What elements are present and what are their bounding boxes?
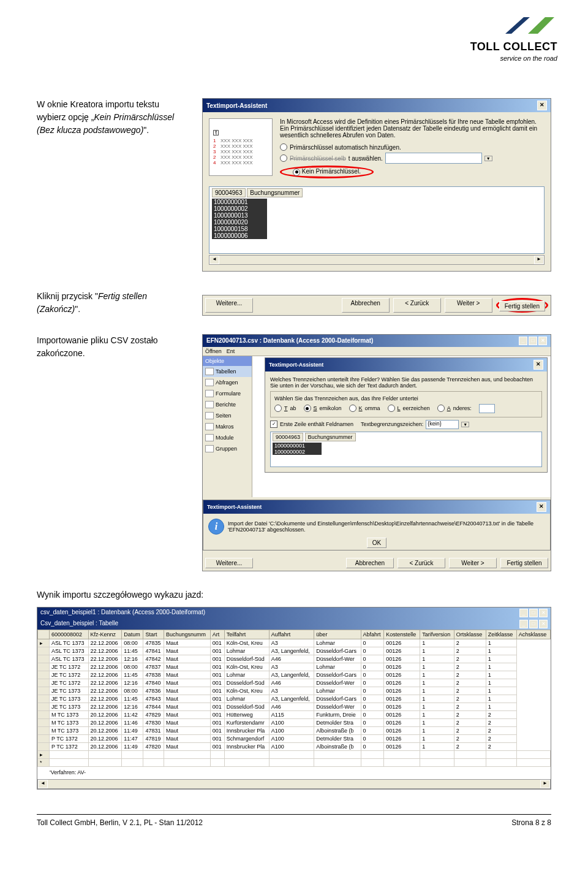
table-row[interactable]: M TC 137320.12.200611:4647830Maut001Kurf… — [38, 718, 551, 726]
next-button[interactable]: Weiter > — [449, 558, 497, 568]
table-row[interactable]: JE TC 137322.12.200612:1647844Maut001Düs… — [38, 703, 551, 710]
radio-select-key[interactable] — [280, 154, 287, 162]
back-button[interactable]: < Zurück — [398, 558, 445, 568]
finish-button[interactable]: Fertig stellen — [500, 558, 548, 568]
minimize-icon[interactable]: _ — [519, 609, 528, 617]
column-header[interactable]: Teilfahrt — [224, 630, 269, 639]
table-row[interactable]: ASL TC 137322.12.200612:1647842Maut001Dü… — [38, 655, 551, 663]
cancel-button[interactable]: Abbrechen — [342, 298, 390, 313]
column-header[interactable]: 6000008002 — [50, 630, 89, 639]
radio-no-key[interactable] — [293, 169, 300, 176]
horizontal-scrollbar[interactable]: ◄► — [209, 255, 545, 265]
info-icon: i — [208, 519, 224, 535]
footer-left: Toll Collect GmbH, Berlin, V 2.1, PL - S… — [37, 818, 203, 827]
ok-button[interactable]: OK — [367, 538, 386, 548]
radio-auto-key[interactable] — [280, 143, 287, 151]
dialog-description: In Microsoft Access wird die Definition … — [280, 118, 545, 139]
dialog-title: Textimport-Assistent — [206, 102, 267, 109]
more-button[interactable]: Weitere... — [205, 558, 253, 568]
chevron-down-icon[interactable]: ▼ — [461, 422, 469, 427]
close-icon[interactable]: ✕ — [533, 360, 543, 370]
radio-komma[interactable] — [349, 405, 356, 412]
key-field-select[interactable] — [385, 153, 482, 164]
horizontal-scrollbar[interactable]: ◄► — [37, 779, 551, 789]
next-button[interactable]: Weiter > — [445, 298, 492, 313]
table-row[interactable]: ▸ASL TC 137322.12.200608:0047835Maut001K… — [38, 639, 551, 647]
column-header[interactable]: Abfahrt — [361, 630, 384, 639]
column-header[interactable]: Datum — [122, 630, 143, 639]
close-icon[interactable]: ✕ — [539, 620, 548, 628]
object-berichte[interactable]: Berichte — [203, 399, 252, 410]
table-row[interactable]: JE TC 137222.12.200612:1647840Maut001Düs… — [38, 679, 551, 687]
close-icon[interactable]: ✕ — [539, 609, 548, 617]
text-qualifier-select[interactable]: {kein} — [426, 420, 459, 429]
column-header[interactable]: Auffahrt — [269, 630, 314, 639]
back-button[interactable]: < Zurück — [393, 298, 441, 313]
design-button[interactable]: Ent — [227, 348, 235, 354]
section1-instruction: W oknie Kreatora importu tekstu wybierz … — [37, 98, 190, 137]
table-row[interactable]: M TC 137320.12.200611:4947831Maut001Inns… — [38, 726, 551, 734]
chevron-down-icon[interactable]: ▼ — [484, 156, 492, 161]
column-header[interactable]: über — [314, 630, 361, 639]
column-header[interactable]: Zeitklasse — [486, 630, 516, 639]
object-formulare[interactable]: Formulare — [203, 388, 252, 399]
table-row: ▸ — [38, 750, 551, 758]
column-header[interactable]: Kfz-Kennz — [88, 630, 122, 639]
cancel-button[interactable]: Abbrechen — [346, 558, 394, 568]
table-row[interactable]: P TC 137220.12.200611:4747819Maut001Schm… — [38, 734, 551, 742]
radio-tab[interactable] — [274, 405, 282, 412]
more-button[interactable]: Weitere... — [205, 298, 253, 313]
column-header[interactable]: Tarifversion — [420, 630, 454, 639]
minimize-icon[interactable]: _ — [519, 620, 528, 628]
finish-button[interactable]: Fertig stellen — [499, 301, 545, 311]
completion-message-dialog: Textimport-Assistent✕ i Import der Datei… — [203, 500, 551, 550]
open-button[interactable]: Öffnen — [205, 348, 222, 354]
object-tabellen[interactable]: Tabellen — [203, 366, 252, 377]
textimport-dialog: Textimport-Assistent ✕ ⚿ 1XXX XXX XXX2XX… — [202, 98, 551, 272]
column-header[interactable]: Start — [143, 630, 164, 639]
inner-textimport-dialog: Textimport-Assistent✕ Welches Trennzeich… — [265, 357, 548, 473]
section2-instruction: Kliknij przycisk "Fertig stellen (Zakońc… — [37, 290, 190, 316]
object-module[interactable]: Module — [203, 432, 252, 443]
table-row[interactable]: JE TC 137322.12.200608:0047836Maut001Köl… — [38, 687, 551, 695]
object-makros[interactable]: Makros — [203, 421, 252, 432]
object-abfragen[interactable]: Abfragen — [203, 377, 252, 388]
db-window-title: EFN20040713.csv : Datenbank (Access 2000… — [206, 337, 373, 344]
minimize-icon[interactable]: _ — [519, 337, 527, 345]
column-header[interactable]: Buchungsnumm — [164, 630, 211, 639]
other-delim-input[interactable] — [479, 404, 495, 413]
table-row[interactable]: P TC 137220.12.200611:4947820Maut001Inns… — [38, 742, 551, 750]
footer-right: Strona 8 z 8 — [511, 818, 551, 827]
completion-message-text: Import der Datei 'C:\Dokumente und Einst… — [228, 520, 545, 533]
first-row-header-checkbox[interactable]: ✓ — [270, 421, 277, 428]
table-row[interactable]: JE TC 137322.12.200611:4547843Maut001Loh… — [38, 695, 551, 703]
object-seiten[interactable]: Seiten — [203, 410, 252, 421]
maximize-icon[interactable]: □ — [529, 609, 538, 617]
object-gruppen[interactable]: Gruppen — [203, 443, 252, 454]
column-header[interactable]: Kostenstelle — [384, 630, 420, 639]
db-toolbar: Öffnen Ent — [203, 347, 551, 356]
column-header[interactable]: Achsklasse — [516, 630, 550, 639]
close-icon[interactable]: ✕ — [537, 502, 546, 512]
brand-logo: TOLL COLLECT service on the road — [470, 12, 557, 62]
maximize-icon[interactable]: □ — [529, 337, 537, 345]
column-header[interactable]: Art — [210, 630, 224, 639]
table-row[interactable]: M TC 137320.12.200611:4247829Maut001Hütt… — [38, 710, 551, 718]
close-icon[interactable]: ✕ — [537, 101, 547, 110]
table-row[interactable]: JE TC 137222.12.200608:0047837Maut001Köl… — [38, 663, 551, 671]
radio-leerzeichen[interactable] — [388, 405, 395, 412]
table-title: Csv_daten_beispiel : Tabelle — [40, 620, 118, 628]
column-header[interactable]: Ortsklasse — [454, 630, 486, 639]
db-title: csv_daten_beispiel1 : Datenbank (Access … — [40, 609, 205, 617]
table-row[interactable]: ASL TC 137322.12.200611:4547841Maut001Lo… — [38, 647, 551, 655]
maximize-icon[interactable]: □ — [529, 620, 538, 628]
table-row[interactable]: JE TC 137222.12.200611:4547838Maut001Loh… — [38, 671, 551, 679]
close-icon[interactable]: ✕ — [538, 337, 547, 345]
preview-listbox-2[interactable]: 90004963 Buchungsnummer 1000000001100000… — [270, 432, 542, 467]
preview-listbox[interactable]: 90004963 Buchungsnummer 1000000001100000… — [209, 186, 545, 254]
section3-instruction: Importowanie pliku CSV zostało zakończon… — [37, 334, 190, 360]
radio-semikolon[interactable] — [304, 405, 311, 412]
access-window: EFN20040713.csv : Datenbank (Access 2000… — [202, 334, 551, 571]
radio-anderes:[interactable] — [437, 405, 445, 412]
result-table-window: csv_daten_beispiel1 : Datenbank (Access … — [37, 607, 551, 790]
